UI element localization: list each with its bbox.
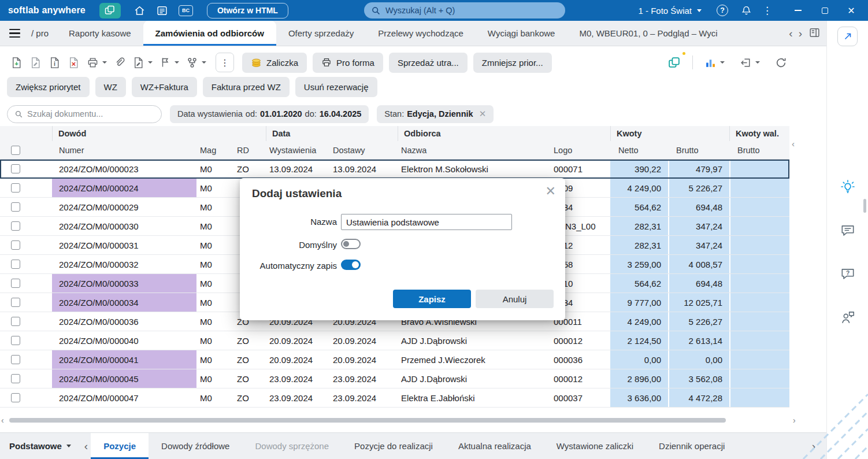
document-search[interactable] [7, 105, 162, 123]
zmniejsz-prior-button[interactable]: Zmniejsz prior... [473, 53, 552, 73]
view-selector[interactable]: Podstawowe [0, 433, 81, 459]
workspaces-icon[interactable] [99, 3, 121, 18]
tab-m0-wbeur01-0-podgla-d-wyci[interactable]: M0, WBEUR01, 0 – Podgląd – Wyci [567, 21, 729, 46]
tab-scroll-left-icon[interactable]: ‹ [786, 28, 795, 39]
chat-icon[interactable] [840, 223, 856, 240]
save-button[interactable]: Zapisz [393, 290, 471, 308]
row-checkbox[interactable] [11, 183, 20, 193]
bottom-tab-dowody-sprze-z-one[interactable]: Dowody sprzężone [242, 433, 342, 459]
minimize-button[interactable] [788, 2, 808, 19]
print-button[interactable] [83, 53, 110, 72]
group-header-data[interactable]: Data [266, 126, 398, 141]
help-icon[interactable]: ? [717, 5, 728, 16]
row-checkbox[interactable] [11, 221, 20, 231]
export-button[interactable] [736, 53, 763, 72]
panel-collapse-icon[interactable]: ‹ [792, 139, 795, 149]
help-chat-icon[interactable]: ? [840, 266, 856, 284]
table-row[interactable]: 2024/ZO/M0/000023 M0 ZO 13.09.2024 13.09… [0, 160, 789, 179]
bottom-tab-dowody-z-ro-dlowe[interactable]: Dowody źródłowe [149, 433, 242, 459]
select-all-checkbox[interactable] [11, 146, 20, 155]
close-button[interactable]: ✕ [841, 2, 861, 19]
faktura-przed-wz-button[interactable]: Faktura przed WZ [203, 77, 290, 97]
col-header-mag[interactable]: Mag [196, 141, 233, 159]
group-header-kwoty-wal[interactable]: Kwoty wal. [729, 126, 789, 141]
zwie-ksz-priorytet-button[interactable]: Zwiększ priorytet [7, 77, 90, 97]
refresh-button[interactable] [771, 53, 791, 72]
row-checkbox[interactable] [11, 374, 20, 383]
usun-rezerwacje-button[interactable]: Usuń rezerwację [295, 77, 377, 97]
row-checkbox[interactable] [11, 355, 20, 364]
group-header-dowod[interactable]: Dowód [52, 126, 266, 141]
chip-close-icon[interactable]: ✕ [479, 109, 487, 119]
col-header-logo[interactable]: Logo [549, 141, 610, 159]
share-button[interactable] [837, 27, 858, 46]
ideas-icon[interactable] [839, 178, 856, 197]
vertical-scrollbar-thumb[interactable] [863, 199, 866, 213]
tab-scroll-right-icon[interactable]: › [796, 28, 805, 39]
attachment-button[interactable] [110, 53, 129, 72]
col-header-netto[interactable]: Netto [610, 141, 668, 159]
delete-document-button[interactable]: × [64, 53, 83, 72]
global-search-input[interactable] [385, 6, 558, 15]
col-header-nazwa[interactable]: Nazwa [398, 141, 549, 159]
maximize-button[interactable] [815, 2, 834, 19]
bottom-tab-pozycje[interactable]: Pozycje [91, 433, 149, 459]
relations-button[interactable] [183, 53, 210, 72]
row-checkbox[interactable] [11, 240, 20, 250]
row-checkbox[interactable] [11, 164, 20, 173]
table-row[interactable]: 2024/ZO/M0/000040 M0 ZO 20.09.2024 20.09… [0, 331, 789, 350]
col-header-dostawy[interactable]: Dostawy [329, 141, 398, 159]
table-row[interactable]: 2024/ZO/M0/000041 M0 ZO 20.09.2024 20.09… [0, 350, 789, 369]
group-header-kwoty[interactable]: Kwoty [610, 126, 729, 141]
cancel-button[interactable]: Anuluj [476, 290, 554, 308]
analysis-button[interactable] [701, 53, 728, 72]
wz-button[interactable]: WZ [95, 77, 126, 97]
document-info-button[interactable]: i [45, 53, 64, 72]
new-document-button[interactable]: + [7, 53, 26, 72]
horizontal-scrollbar[interactable]: ‹ › [0, 417, 803, 425]
zaliczka-button[interactable]: Zaliczka [242, 53, 307, 73]
scroll-right-icon[interactable]: › [793, 416, 796, 425]
scroll-left-icon[interactable]: ‹ [1, 416, 4, 425]
tab-przelewy-wychodza-ce[interactable]: Przelewy wychodzące [366, 21, 476, 46]
autosave-toggle[interactable] [341, 260, 361, 270]
workspaces-indicator-button[interactable] [664, 53, 684, 72]
more-actions-button[interactable]: ⋮ [216, 53, 234, 72]
bottom-tab-aktualna-realizacja[interactable]: Aktualna realizacja [446, 433, 544, 459]
row-checkbox[interactable] [11, 317, 20, 326]
col-header-brutto-wal[interactable]: Brutto [729, 141, 789, 159]
col-header-rd[interactable]: RD [233, 141, 266, 159]
col-header-numer[interactable]: Numer [52, 141, 196, 159]
flag-button[interactable] [156, 53, 183, 72]
scrollbar-thumb[interactable] [9, 418, 726, 423]
edit-document-button[interactable] [26, 53, 45, 72]
table-row[interactable]: 2024/ZO/M0/000045 M0 ZO 23.09.2024 23.09… [0, 369, 789, 388]
row-checkbox[interactable] [11, 260, 20, 269]
bottom-tab-pozycje-do-realizacji[interactable]: Pozycje do realizacji [342, 433, 446, 459]
wz-faktura-button[interactable]: WZ+Faktura [132, 77, 197, 97]
row-checkbox[interactable] [11, 202, 20, 212]
feedback-icon[interactable] [840, 309, 856, 327]
bc-icon[interactable]: BC [179, 5, 193, 16]
bottom-tabs-scroll-left-icon[interactable]: ‹ [81, 441, 91, 451]
default-toggle[interactable] [341, 239, 361, 249]
home-icon[interactable] [133, 2, 146, 19]
open-in-html-button[interactable]: Otwórz w HTML [207, 3, 288, 18]
group-header-odbiorca[interactable]: Odbiorca [398, 126, 610, 141]
bottom-tabs-scroll-right-icon[interactable]: › [809, 441, 818, 451]
row-checkbox[interactable] [11, 336, 20, 345]
name-field[interactable] [341, 214, 512, 230]
sprzedaz-utra-button[interactable]: Sprzedaż utra... [389, 53, 468, 73]
row-checkbox[interactable] [11, 279, 20, 288]
table-row[interactable]: 2024/ZO/M0/000047 M0 ZO 23.09.2024 23.09… [0, 388, 789, 408]
news-icon[interactable] [156, 2, 168, 19]
pro-forma-button[interactable]: Pro forma [313, 53, 383, 73]
document-options-button[interactable] [129, 53, 156, 72]
tab-wycia-gi-bankowe[interactable]: Wyciągi bankowe [476, 21, 567, 46]
bottom-tab-dziennik-operacji[interactable]: Dziennik operacji [646, 433, 737, 459]
col-header-wystawienia[interactable]: Wystawienia [266, 141, 329, 159]
page-panel-icon[interactable] [808, 27, 821, 40]
date-filter-chip[interactable]: Data wystawienia od: 01.01.2020 do: 16.0… [170, 105, 369, 123]
row-checkbox[interactable] [11, 393, 20, 402]
dialog-close-icon[interactable]: ✕ [546, 185, 556, 198]
